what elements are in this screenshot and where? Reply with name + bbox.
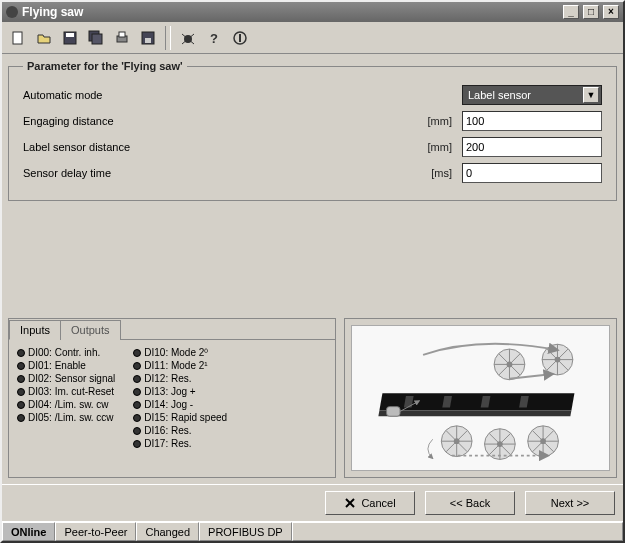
param-group: Parameter for the 'Flying saw' Automatic… xyxy=(8,60,617,201)
back-button[interactable]: << Back xyxy=(425,491,515,515)
unit-engaging-distance: [mm] xyxy=(412,115,452,127)
di-15: DI15: Rapid speed xyxy=(133,411,227,424)
diagram-panel xyxy=(344,318,617,478)
status-profibus: PROFIBUS DP xyxy=(199,522,292,541)
new-icon[interactable] xyxy=(6,26,30,50)
svg-rect-8 xyxy=(145,38,151,43)
svg-rect-0 xyxy=(13,32,22,44)
engaging-distance-input[interactable] xyxy=(462,111,602,131)
svg-rect-22 xyxy=(378,410,571,416)
di-11: DI11: Mode 2¹ xyxy=(133,359,227,372)
cancel-button[interactable]: Cancel xyxy=(325,491,415,515)
led-icon xyxy=(133,349,141,357)
led-icon xyxy=(133,388,141,396)
label-automatic-mode: Automatic mode xyxy=(23,89,203,101)
export-icon[interactable] xyxy=(136,26,160,50)
led-icon xyxy=(133,414,141,422)
di-14: DI14: Jog - xyxy=(133,398,227,411)
di-13: DI13: Jog + xyxy=(133,385,227,398)
di-10: DI10: Mode 2⁰ xyxy=(133,346,227,359)
chevron-down-icon: ▼ xyxy=(583,87,599,103)
di-04: DI04: /Lim. sw. cw xyxy=(17,398,115,411)
io-tabs: Inputs Outputs xyxy=(9,319,335,340)
led-icon xyxy=(17,362,25,370)
statusbar: ONline Peer-to-Peer Changed PROFIBUS DP xyxy=(2,521,623,541)
toolbar-separator xyxy=(165,26,171,50)
maximize-button[interactable]: □ xyxy=(583,5,599,19)
status-spacer xyxy=(292,522,623,541)
led-icon xyxy=(17,349,25,357)
next-button[interactable]: Next >> xyxy=(525,491,615,515)
di-col-left: DI00: Contr. inh. DI01: Enable DI02: Sen… xyxy=(17,346,115,450)
row-engaging-distance: Engaging distance [mm] xyxy=(23,108,602,134)
close-button[interactable]: × xyxy=(603,5,619,19)
wizard-buttons: Cancel << Back Next >> xyxy=(2,484,623,521)
label-sensor-distance-input[interactable] xyxy=(462,137,602,157)
di-03: DI03: Im. cut-Reset xyxy=(17,385,115,398)
inputs-list: DI00: Contr. inh. DI01: Enable DI02: Sen… xyxy=(9,340,335,456)
about-icon[interactable] xyxy=(228,26,252,50)
di-00: DI00: Contr. inh. xyxy=(17,346,115,359)
tab-inputs[interactable]: Inputs xyxy=(9,320,61,340)
svg-rect-27 xyxy=(386,407,399,417)
minimize-button[interactable]: _ xyxy=(563,5,579,19)
svg-rect-2 xyxy=(66,33,74,37)
group-legend: Parameter for the 'Flying saw' xyxy=(23,60,187,72)
di-01: DI01: Enable xyxy=(17,359,115,372)
app-icon xyxy=(6,6,18,18)
di-16: DI16: Res. xyxy=(133,424,227,437)
save-all-icon[interactable] xyxy=(84,26,108,50)
di-17: DI17: Res. xyxy=(133,437,227,450)
titlebar: Flying saw _ □ × xyxy=(2,2,623,22)
bug-icon[interactable] xyxy=(176,26,200,50)
lower-panels: Inputs Outputs DI00: Contr. inh. DI01: E… xyxy=(8,318,617,478)
flying-saw-diagram xyxy=(351,325,610,471)
sensor-delay-input[interactable] xyxy=(462,163,602,183)
svg-rect-6 xyxy=(119,32,125,37)
label-engaging-distance: Engaging distance xyxy=(23,115,203,127)
row-label-sensor-distance: Label sensor distance [mm] xyxy=(23,134,602,160)
help-icon[interactable]: ? xyxy=(202,26,226,50)
led-icon xyxy=(133,375,141,383)
led-icon xyxy=(17,388,25,396)
app-window: Flying saw _ □ × ? Parameter for the 'Fl… xyxy=(0,0,625,543)
unit-lsd: [mm] xyxy=(412,141,452,153)
unit-sensor-delay: [ms] xyxy=(412,167,452,179)
led-icon xyxy=(133,362,141,370)
row-automatic-mode: Automatic mode Label sensor ▼ xyxy=(23,82,602,108)
row-sensor-delay: Sensor delay time [ms] xyxy=(23,160,602,186)
led-icon xyxy=(17,414,25,422)
di-02: DI02: Sensor signal xyxy=(17,372,115,385)
automatic-mode-select[interactable]: Label sensor ▼ xyxy=(462,85,602,105)
print-icon[interactable] xyxy=(110,26,134,50)
save-icon[interactable] xyxy=(58,26,82,50)
svg-rect-4 xyxy=(92,34,102,44)
cancel-icon xyxy=(344,497,356,509)
client-area: Parameter for the 'Flying saw' Automatic… xyxy=(2,54,623,484)
led-icon xyxy=(17,375,25,383)
label-lsd: Label sensor distance xyxy=(23,141,203,153)
toolbar: ? xyxy=(2,22,623,54)
svg-rect-14 xyxy=(239,34,241,42)
automatic-mode-value: Label sensor xyxy=(468,89,531,101)
svg-text:?: ? xyxy=(210,31,218,46)
status-peer[interactable]: Peer-to-Peer xyxy=(55,522,136,541)
status-changed: Changed xyxy=(136,522,199,541)
led-icon xyxy=(133,401,141,409)
open-icon[interactable] xyxy=(32,26,56,50)
tab-outputs[interactable]: Outputs xyxy=(60,320,121,340)
led-icon xyxy=(133,440,141,448)
io-panel: Inputs Outputs DI00: Contr. inh. DI01: E… xyxy=(8,318,336,478)
status-online[interactable]: ONline xyxy=(2,522,55,541)
window-title: Flying saw xyxy=(22,5,83,19)
led-icon xyxy=(17,401,25,409)
di-col-right: DI10: Mode 2⁰ DI11: Mode 2¹ DI12: Res. D… xyxy=(133,346,227,450)
di-05: DI05: /Lim. sw. ccw xyxy=(17,411,115,424)
di-12: DI12: Res. xyxy=(133,372,227,385)
led-icon xyxy=(133,427,141,435)
label-sensor-delay: Sensor delay time xyxy=(23,167,203,179)
